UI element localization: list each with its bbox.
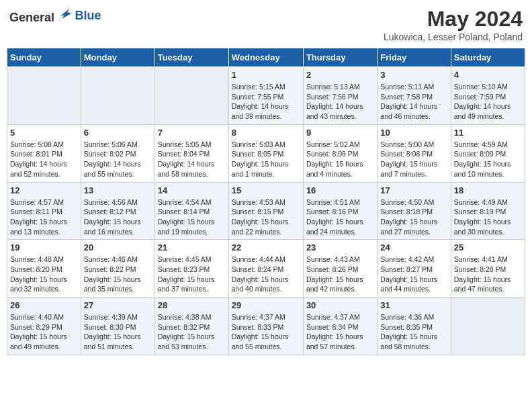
calendar-week-row: 26Sunrise: 4:40 AMSunset: 8:29 PMDayligh… bbox=[7, 298, 525, 355]
day-number: 28 bbox=[158, 300, 226, 310]
day-number: 14 bbox=[158, 185, 226, 195]
calendar-cell: 18Sunrise: 4:49 AMSunset: 8:19 PMDayligh… bbox=[451, 182, 525, 240]
day-info: Sunrise: 4:57 AMSunset: 8:11 PMDaylight:… bbox=[10, 197, 78, 237]
day-number: 16 bbox=[306, 185, 374, 195]
calendar-cell: 9Sunrise: 5:02 AMSunset: 8:06 PMDaylight… bbox=[303, 124, 377, 182]
day-info: Sunrise: 5:11 AMSunset: 7:58 PMDaylight:… bbox=[380, 82, 447, 122]
calendar-cell: 21Sunrise: 4:45 AMSunset: 8:23 PMDayligh… bbox=[154, 240, 228, 298]
day-number: 29 bbox=[232, 300, 300, 310]
day-number: 19 bbox=[10, 242, 78, 253]
calendar-cell: 17Sunrise: 4:50 AMSunset: 8:18 PMDayligh… bbox=[378, 182, 451, 240]
calendar-header-row: SundayMondayTuesdayWednesdayThursdayFrid… bbox=[7, 48, 525, 67]
day-header-friday: Friday bbox=[378, 48, 451, 67]
day-number: 12 bbox=[10, 185, 78, 195]
day-number: 22 bbox=[232, 242, 300, 253]
main-title: May 2024 bbox=[384, 7, 523, 32]
day-number: 18 bbox=[454, 185, 522, 195]
calendar-cell: 13Sunrise: 4:56 AMSunset: 8:12 PMDayligh… bbox=[81, 182, 154, 240]
day-header-tuesday: Tuesday bbox=[154, 48, 228, 67]
calendar-cell: 22Sunrise: 4:44 AMSunset: 8:24 PMDayligh… bbox=[228, 240, 303, 298]
calendar-cell: 3Sunrise: 5:11 AMSunset: 7:58 PMDaylight… bbox=[378, 67, 451, 125]
calendar-table: SundayMondayTuesdayWednesdayThursdayFrid… bbox=[7, 48, 525, 355]
calendar-cell: 24Sunrise: 4:42 AMSunset: 8:27 PMDayligh… bbox=[378, 240, 451, 298]
day-info: Sunrise: 4:37 AMSunset: 8:33 PMDaylight:… bbox=[232, 312, 300, 352]
calendar-cell: 16Sunrise: 4:51 AMSunset: 8:16 PMDayligh… bbox=[303, 182, 377, 240]
calendar-cell: 2Sunrise: 5:13 AMSunset: 7:56 PMDaylight… bbox=[303, 67, 377, 125]
day-info: Sunrise: 4:44 AMSunset: 8:24 PMDaylight:… bbox=[232, 255, 300, 294]
day-number: 31 bbox=[380, 300, 447, 310]
day-info: Sunrise: 4:40 AMSunset: 8:29 PMDaylight:… bbox=[10, 312, 78, 352]
day-number: 5 bbox=[10, 128, 78, 138]
day-info: Sunrise: 5:03 AMSunset: 8:05 PMDaylight:… bbox=[232, 140, 300, 179]
day-info: Sunrise: 5:05 AMSunset: 8:04 PMDaylight:… bbox=[158, 140, 226, 179]
day-number: 8 bbox=[232, 128, 300, 138]
day-info: Sunrise: 4:37 AMSunset: 8:34 PMDaylight:… bbox=[306, 312, 374, 352]
calendar-cell: 7Sunrise: 5:05 AMSunset: 8:04 PMDaylight… bbox=[154, 124, 228, 182]
calendar-cell: 29Sunrise: 4:37 AMSunset: 8:33 PMDayligh… bbox=[228, 298, 303, 355]
day-info: Sunrise: 4:53 AMSunset: 8:15 PMDaylight:… bbox=[232, 197, 300, 237]
day-info: Sunrise: 5:02 AMSunset: 8:06 PMDaylight:… bbox=[306, 140, 374, 179]
day-info: Sunrise: 4:42 AMSunset: 8:27 PMDaylight:… bbox=[380, 255, 447, 294]
day-number: 21 bbox=[158, 242, 226, 253]
day-info: Sunrise: 5:00 AMSunset: 8:08 PMDaylight:… bbox=[380, 140, 447, 179]
calendar-cell bbox=[154, 67, 228, 125]
calendar-cell: 25Sunrise: 4:41 AMSunset: 8:28 PMDayligh… bbox=[451, 240, 525, 298]
day-info: Sunrise: 4:41 AMSunset: 8:28 PMDaylight:… bbox=[454, 255, 522, 294]
day-info: Sunrise: 4:45 AMSunset: 8:23 PMDaylight:… bbox=[158, 255, 226, 294]
day-header-thursday: Thursday bbox=[303, 48, 377, 67]
day-number: 10 bbox=[380, 128, 447, 138]
calendar-cell: 10Sunrise: 5:00 AMSunset: 8:08 PMDayligh… bbox=[378, 124, 451, 182]
calendar-cell: 5Sunrise: 5:08 AMSunset: 8:01 PMDaylight… bbox=[7, 124, 81, 182]
day-number: 6 bbox=[84, 128, 152, 138]
calendar-cell: 1Sunrise: 5:15 AMSunset: 7:55 PMDaylight… bbox=[228, 67, 303, 125]
day-number: 2 bbox=[306, 70, 374, 80]
day-number: 4 bbox=[454, 70, 522, 80]
svg-marker-0 bbox=[60, 8, 71, 19]
day-number: 23 bbox=[306, 242, 374, 253]
day-info: Sunrise: 5:15 AMSunset: 7:55 PMDaylight:… bbox=[232, 82, 300, 122]
calendar-cell: 31Sunrise: 4:36 AMSunset: 8:35 PMDayligh… bbox=[378, 298, 451, 355]
title-block: May 2024 Lukowica, Lesser Poland, Poland bbox=[384, 7, 523, 42]
day-number: 3 bbox=[380, 70, 447, 80]
logo-icon bbox=[59, 7, 74, 21]
day-number: 27 bbox=[84, 300, 152, 310]
logo-text-general: General bbox=[9, 11, 54, 24]
day-header-monday: Monday bbox=[81, 48, 154, 67]
calendar-cell bbox=[7, 67, 81, 125]
calendar-cell bbox=[451, 298, 525, 355]
calendar-week-row: 12Sunrise: 4:57 AMSunset: 8:11 PMDayligh… bbox=[7, 182, 525, 240]
day-number: 25 bbox=[454, 242, 522, 253]
calendar-cell: 30Sunrise: 4:37 AMSunset: 8:34 PMDayligh… bbox=[303, 298, 377, 355]
calendar-cell: 15Sunrise: 4:53 AMSunset: 8:15 PMDayligh… bbox=[228, 182, 303, 240]
day-info: Sunrise: 5:08 AMSunset: 8:01 PMDaylight:… bbox=[10, 140, 78, 179]
day-number: 20 bbox=[84, 242, 152, 253]
day-info: Sunrise: 4:43 AMSunset: 8:26 PMDaylight:… bbox=[306, 255, 374, 294]
day-info: Sunrise: 4:56 AMSunset: 8:12 PMDaylight:… bbox=[84, 197, 152, 237]
day-number: 26 bbox=[10, 300, 78, 310]
day-header-saturday: Saturday bbox=[451, 48, 525, 67]
day-info: Sunrise: 5:06 AMSunset: 8:02 PMDaylight:… bbox=[84, 140, 152, 179]
day-header-wednesday: Wednesday bbox=[228, 48, 303, 67]
day-info: Sunrise: 4:48 AMSunset: 8:20 PMDaylight:… bbox=[10, 255, 78, 294]
day-number: 17 bbox=[380, 185, 447, 195]
day-info: Sunrise: 4:36 AMSunset: 8:35 PMDaylight:… bbox=[380, 312, 447, 352]
day-info: Sunrise: 4:46 AMSunset: 8:22 PMDaylight:… bbox=[84, 255, 152, 294]
calendar-cell: 8Sunrise: 5:03 AMSunset: 8:05 PMDaylight… bbox=[228, 124, 303, 182]
day-info: Sunrise: 4:39 AMSunset: 8:30 PMDaylight:… bbox=[84, 312, 152, 352]
calendar-cell: 11Sunrise: 4:59 AMSunset: 8:09 PMDayligh… bbox=[451, 124, 525, 182]
calendar-week-row: 5Sunrise: 5:08 AMSunset: 8:01 PMDaylight… bbox=[7, 124, 525, 182]
day-number: 7 bbox=[158, 128, 226, 138]
calendar-cell: 14Sunrise: 4:54 AMSunset: 8:14 PMDayligh… bbox=[154, 182, 228, 240]
calendar-cell: 23Sunrise: 4:43 AMSunset: 8:26 PMDayligh… bbox=[303, 240, 377, 298]
day-number: 30 bbox=[306, 300, 374, 310]
calendar-cell: 19Sunrise: 4:48 AMSunset: 8:20 PMDayligh… bbox=[7, 240, 81, 298]
logo-text-blue: Blue bbox=[75, 9, 101, 22]
day-number: 1 bbox=[232, 70, 300, 80]
day-info: Sunrise: 4:38 AMSunset: 8:32 PMDaylight:… bbox=[158, 312, 226, 352]
calendar-week-row: 19Sunrise: 4:48 AMSunset: 8:20 PMDayligh… bbox=[7, 240, 525, 298]
day-header-sunday: Sunday bbox=[7, 48, 81, 67]
day-info: Sunrise: 4:50 AMSunset: 8:18 PMDaylight:… bbox=[380, 197, 447, 237]
calendar-cell bbox=[81, 67, 154, 125]
calendar-week-row: 1Sunrise: 5:15 AMSunset: 7:55 PMDaylight… bbox=[7, 67, 525, 125]
day-number: 11 bbox=[454, 128, 522, 138]
